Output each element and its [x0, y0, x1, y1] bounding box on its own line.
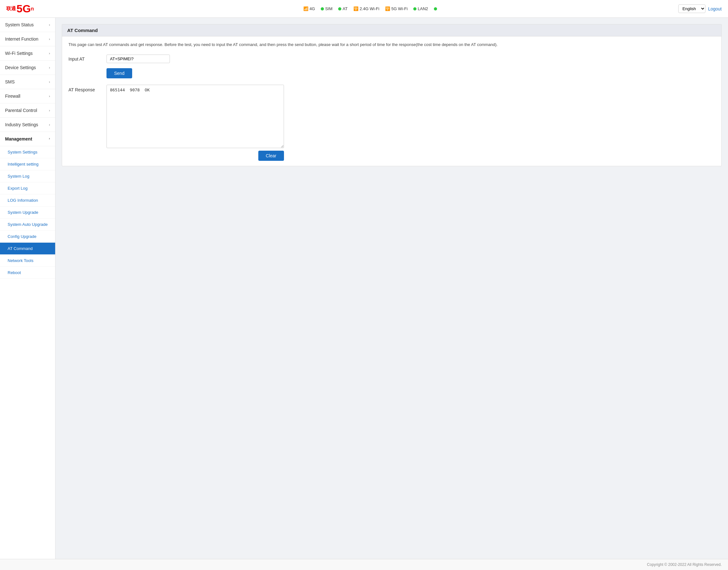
chevron-down-icon: ›	[49, 108, 50, 112]
wifi24-icon: 🛜	[353, 6, 358, 11]
sidebar-sub-config-upgrade[interactable]: Config Upgrade	[0, 231, 55, 243]
input-at-row: Input AT	[68, 54, 715, 63]
sidebar-sub-at-command[interactable]: AT Command	[0, 243, 55, 255]
chevron-down-icon: ›	[49, 80, 50, 84]
logo-5g: 5G	[16, 3, 31, 15]
sidebar-sub-system-settings[interactable]: System Settings	[0, 146, 55, 158]
send-button[interactable]: Send	[106, 68, 132, 78]
sidebar-item-device-settings-label: Device Settings	[5, 65, 36, 70]
main-layout: System Status › Internet Function › Wi-F…	[0, 18, 728, 559]
sidebar-item-sms-label: SMS	[5, 79, 15, 84]
sidebar-item-parental-control-label: Parental Control	[5, 108, 37, 113]
logo-brand-top: 联通	[6, 6, 16, 11]
at-response-textarea[interactable]	[106, 85, 284, 148]
sidebar-item-wifi-settings-label: Wi-Fi Settings	[5, 51, 33, 56]
content-area: AT Command This page can test AT command…	[55, 18, 728, 559]
chevron-down-icon: ›	[49, 23, 50, 27]
sidebar-item-firewall-label: Firewall	[5, 93, 20, 99]
status-lan2: LAN2	[413, 6, 428, 11]
status-4g-label: 4G	[310, 6, 315, 11]
sidebar-management-submenu: System Settings Intelligent setting Syst…	[0, 146, 55, 279]
at-dot-icon	[338, 7, 341, 10]
sidebar-item-internet-function-label: Internet Function	[5, 36, 38, 42]
status-at: AT	[338, 6, 348, 11]
page-body: This page can test AT commands and get r…	[62, 36, 721, 166]
sidebar-item-system-status[interactable]: System Status ›	[0, 18, 55, 32]
extra-dot-icon	[434, 7, 437, 10]
clear-btn-row: Clear	[68, 151, 284, 161]
page-description: This page can test AT commands and get r…	[68, 42, 715, 48]
footer: Copyright © 2002-2022 All Rights Reserve…	[0, 559, 728, 570]
status-at-label: AT	[342, 6, 348, 11]
status-4g: 📶 4G	[303, 6, 315, 11]
chevron-up-icon: ‹	[49, 137, 50, 141]
page-card: AT Command This page can test AT command…	[62, 24, 722, 166]
sidebar-item-management-label: Management	[5, 136, 32, 141]
status-wifi5-label: 5G Wi-Fi	[392, 6, 408, 11]
sidebar-sub-log-information[interactable]: LOG Information	[0, 195, 55, 207]
sidebar-item-management[interactable]: Management ‹	[0, 132, 55, 146]
sidebar-item-industry-settings-label: Industry Settings	[5, 122, 38, 127]
status-wifi5: 🛜 5G Wi-Fi	[385, 6, 408, 11]
clear-button[interactable]: Clear	[258, 151, 284, 161]
sidebar-sub-system-log[interactable]: System Log	[0, 170, 55, 183]
status-wifi24-label: 2.4G Wi-Fi	[360, 6, 380, 11]
logo-n: n	[31, 6, 34, 12]
sidebar-item-sms[interactable]: SMS ›	[0, 75, 55, 89]
sidebar-sub-export-log[interactable]: Export Log	[0, 183, 55, 195]
wifi5-icon: 🛜	[385, 6, 390, 11]
sidebar-item-internet-function[interactable]: Internet Function ›	[0, 32, 55, 46]
page-title: AT Command	[62, 24, 721, 36]
at-response-row: AT Response	[68, 85, 715, 148]
sidebar-item-firewall[interactable]: Firewall ›	[0, 89, 55, 103]
signal-bars-icon: 📶	[303, 6, 308, 11]
chevron-down-icon: ›	[49, 51, 50, 55]
chevron-down-icon: ›	[49, 37, 50, 41]
status-extra	[434, 7, 437, 10]
sidebar-sub-system-upgrade[interactable]: System Upgrade	[0, 207, 55, 219]
at-response-label: AT Response	[68, 85, 106, 92]
sidebar-item-industry-settings[interactable]: Industry Settings ›	[0, 118, 55, 132]
sim-dot-icon	[321, 7, 324, 10]
input-at-label: Input AT	[68, 54, 106, 61]
chevron-down-icon: ›	[49, 123, 50, 126]
sidebar-item-parental-control[interactable]: Parental Control ›	[0, 103, 55, 118]
status-sim-label: SIM	[325, 6, 332, 11]
lan2-dot-icon	[413, 7, 417, 10]
language-select[interactable]: English Chinese	[678, 4, 706, 13]
chevron-down-icon: ›	[49, 66, 50, 69]
sidebar-item-system-status-label: System Status	[5, 22, 34, 27]
logout-link[interactable]: Logout	[708, 6, 722, 11]
status-bar: 📶 4G SIM AT 🛜 2.4G Wi-Fi 🛜 5G Wi-Fi LAN2	[62, 6, 678, 11]
input-at-field[interactable]	[106, 54, 170, 63]
status-sim: SIM	[321, 6, 332, 11]
chevron-down-icon: ›	[49, 94, 50, 98]
sidebar-item-wifi-settings[interactable]: Wi-Fi Settings ›	[0, 46, 55, 61]
logo-area: 联通 5G n	[6, 3, 62, 15]
status-lan2-label: LAN2	[418, 6, 428, 11]
sidebar-sub-system-auto-upgrade[interactable]: System Auto Upgrade	[0, 219, 55, 231]
sidebar-sub-intelligent-setting[interactable]: Intelligent setting	[0, 158, 55, 170]
sidebar: System Status › Internet Function › Wi-F…	[0, 18, 55, 559]
header-right: English Chinese Logout	[678, 4, 722, 13]
sidebar-item-device-settings[interactable]: Device Settings ›	[0, 61, 55, 75]
sidebar-sub-network-tools[interactable]: Network Tools	[0, 255, 55, 267]
status-wifi24: 🛜 2.4G Wi-Fi	[353, 6, 380, 11]
copyright-text: Copyright © 2002-2022 All Rights Reserve…	[647, 562, 722, 567]
sidebar-sub-reboot[interactable]: Reboot	[0, 267, 55, 279]
header: 联通 5G n 📶 4G SIM AT 🛜 2.4G Wi-Fi 🛜 5G Wi…	[0, 0, 728, 18]
